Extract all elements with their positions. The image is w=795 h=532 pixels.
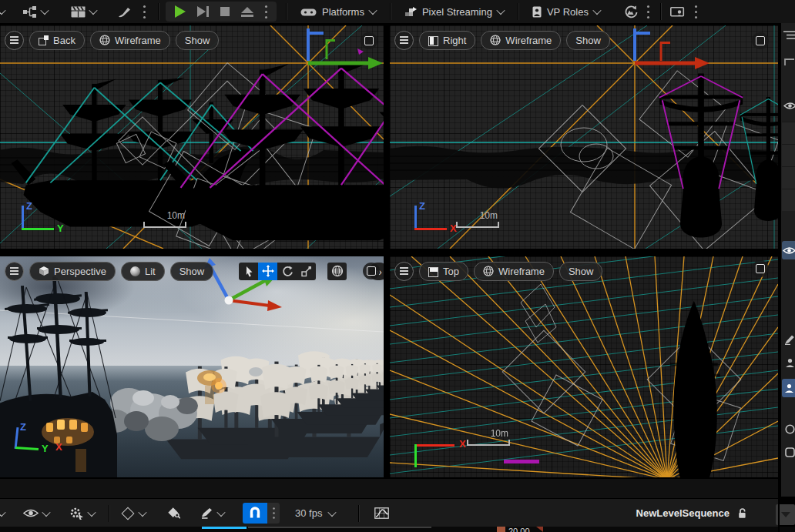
view-mode-button[interactable]: Wireframe [474,262,554,281]
show-button[interactable]: Show [559,262,603,281]
curve-editor-button[interactable] [374,507,389,519]
kebab-menu-icon[interactable] [143,11,146,13]
chevron-down-icon[interactable] [0,507,6,516]
view-mode-button[interactable]: Wireframe [90,31,170,50]
wireframe-sphere-icon [483,266,494,276]
maximize-viewport-button[interactable] [752,32,769,49]
viewport-options-button[interactable] [394,262,414,281]
blueprint-node-icon [23,6,37,18]
show-button[interactable]: Show [566,31,610,50]
view-type-button[interactable]: Back [29,31,85,50]
maximize-viewport-button[interactable] [361,32,377,49]
viewport-options-button[interactable] [394,31,414,50]
platforms-dropdown[interactable]: Platforms [300,6,376,18]
play-options-kebab-icon[interactable] [265,11,267,13]
viewport-perspective[interactable]: Perspective Lit Show [0,256,384,477]
person-icon[interactable] [783,356,795,370]
collapsed-tab[interactable] [782,144,795,166]
axis-x-label: X [459,438,466,450]
scale-indicator: 10m [467,440,510,446]
snapping-control [243,503,280,524]
maximize-viewport-button[interactable] [752,260,769,277]
view-top-icon [428,266,438,276]
view-type-button[interactable]: Right [419,31,475,50]
viewport-back[interactable]: Back Wireframe Show Z Y 10m [0,25,384,249]
rounded-square-icon[interactable] [783,445,795,459]
axis-x-label: X [55,441,62,453]
landscape-sync-icon [623,5,638,18]
toolbar-separator [358,505,359,522]
show-button[interactable]: Show [176,31,220,50]
outliner-tree-icon[interactable] [783,28,795,42]
chevron-down-icon [87,507,96,516]
clapperboard-icon [71,6,86,18]
view-type-label: Back [53,35,75,46]
snap-toggle-button[interactable] [243,503,267,524]
toolbar-separator [390,3,391,20]
fps-dropdown[interactable]: 30 fps [295,507,322,519]
editor-modes-button[interactable] [118,6,131,18]
chevron-down-icon [40,6,49,15]
chevron-down-icon [216,507,225,516]
pencil-icon[interactable] [783,333,795,346]
viewport-toolbar: Top Wireframe Show [394,262,775,280]
collapsed-tab[interactable] [782,166,795,189]
toolbar-separator [286,3,287,20]
sequence-name-label[interactable]: NewLevelSequence [636,507,730,519]
view-mode-button[interactable]: Wireframe [481,31,561,50]
lock-open-icon[interactable] [737,507,747,519]
view-mode-button[interactable]: Lit [121,262,165,281]
person-icon-active[interactable] [782,379,795,397]
timeline-range-bar[interactable] [202,527,247,529]
eye-icon[interactable] [783,99,795,112]
chevron-down-icon[interactable] [328,507,337,516]
viewport-top[interactable]: Top Wireframe Show X 10m [390,256,778,477]
auto-key-button[interactable] [167,507,180,519]
kebab-menu-icon[interactable] [695,11,697,13]
cinematics-menu-button[interactable] [71,6,86,18]
move-tool-button[interactable] [258,263,277,280]
view-type-button[interactable]: Top [419,262,468,281]
viewport-right[interactable]: Right Wireframe Show Z X 10m [390,25,778,249]
blueprints-menu-button[interactable] [23,6,37,18]
playback-options-button[interactable] [69,507,84,520]
playback-range-end-marker[interactable]: 20.00 [497,527,543,532]
panel-divider [778,23,780,532]
show-button[interactable]: Show [170,262,214,281]
sequencer-toolbar: 30 fps NewLevelSequence [0,498,778,527]
keyframe-options-button[interactable] [123,509,132,518]
edit-mode-button[interactable] [200,507,213,519]
kebab-menu-icon[interactable] [647,11,649,13]
view-back-icon [39,35,49,45]
timed-data-monitor-button[interactable] [623,5,638,18]
stage-monitor-button[interactable] [670,6,686,18]
eye-icon-active[interactable] [782,241,795,259]
view-type-button[interactable]: Perspective [29,262,116,281]
unreal-editor-window: Platforms Pixel Streaming VP Roles [0,0,795,532]
timeline-scroll-bar[interactable] [248,527,431,528]
circle-icon[interactable] [783,422,795,436]
viewport-options-button[interactable] [5,31,24,50]
collapsed-tab[interactable] [782,122,795,144]
viewport-toolbar: Right Wireframe Show [394,31,775,49]
play-button[interactable] [175,5,186,18]
select-tool-button[interactable] [239,263,258,280]
rotate-tool-button[interactable] [277,263,297,280]
frame-skip-button[interactable] [197,6,209,17]
maximize-viewport-button[interactable] [363,263,380,279]
snap-options-kebab[interactable] [267,503,280,524]
camera-marker [357,49,364,55]
eject-button[interactable] [241,7,253,17]
view-mode-label: Lit [145,266,156,277]
vp-roles-dropdown[interactable]: VP Roles [532,6,600,18]
viewport-options-button[interactable] [5,262,24,281]
pixel-streaming-dropdown[interactable]: Pixel Streaming [404,6,504,18]
world-coordinate-button[interactable] [327,263,347,280]
collapsed-tab[interactable] [782,189,795,211]
sequencer-timeline-strip[interactable]: 20.00 [0,527,795,532]
stop-button[interactable] [220,7,230,16]
panel-tab-icon[interactable] [783,55,795,69]
chevron-down-icon[interactable] [0,6,6,15]
scale-tool-button[interactable] [297,263,316,280]
view-options-button[interactable] [23,508,39,518]
